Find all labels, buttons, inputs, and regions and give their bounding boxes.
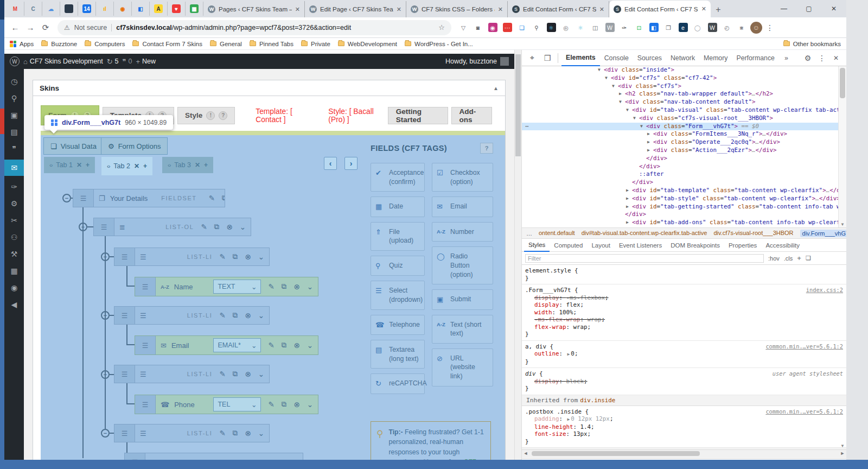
edit-icon[interactable]: ✎ <box>268 400 274 409</box>
crop-green-ext[interactable]: ⊡ <box>633 21 646 34</box>
toggle-icon[interactable]: ⌄ <box>258 252 264 261</box>
remove-icon[interactable]: ⊗ <box>245 429 251 438</box>
drag-handle-icon[interactable]: ☰ <box>114 248 135 265</box>
toggle-icon[interactable]: ⌄ <box>240 223 246 231</box>
styles-tab-properties[interactable]: Properties <box>724 239 761 252</box>
updates-link[interactable]: ↻ 5 <box>107 58 119 66</box>
tree-row-list-li[interactable]: ☰☰LIST-LI✎⧉⊗⌄ <box>114 248 270 266</box>
field-button-recaptcha[interactable]: ↻reCAPTCHA <box>371 373 425 394</box>
tab-close-icon[interactable]: ✕ <box>701 5 706 12</box>
builder-tab-3[interactable]: ‹›Tab 3✕+ <box>162 157 213 173</box>
fields-help-button[interactable]: ? <box>480 143 493 154</box>
edge-ext[interactable]: e <box>676 21 690 34</box>
form-options-button[interactable]: ⚙Form Options <box>101 137 168 155</box>
code-line[interactable]: ▼<div class="nav-tab-content default"> <box>522 98 846 106</box>
remove-icon[interactable]: ⊗ <box>293 400 299 409</box>
pinned-tab-blank-pinned[interactable] <box>60 2 78 16</box>
minimize-button[interactable]: — <box>771 0 796 17</box>
expand-arrow-icon[interactable]: ▼ <box>640 123 646 131</box>
tab-add-icon[interactable]: + <box>143 162 147 170</box>
field-button-quiz[interactable]: ⚲Quiz <box>371 256 425 276</box>
bookmark-folder[interactable]: Computers <box>85 41 125 47</box>
edit-icon[interactable]: ✎ <box>219 429 225 438</box>
tab-close-icon[interactable]: ✕ <box>76 161 82 169</box>
expand-arrow-icon[interactable]: ▼ <box>598 66 604 74</box>
profile-avatar[interactable]: ☺ <box>750 22 762 34</box>
pinned-tab-cloud-app[interactable]: ☁ <box>42 2 60 16</box>
reload-button[interactable]: ⟳ <box>39 21 52 34</box>
style-property[interactable]: outline: ▶0; <box>525 350 843 358</box>
scroll-right-arrow[interactable]: ► <box>839 450 846 457</box>
tab-close-icon[interactable]: ✕ <box>195 161 200 169</box>
expand-arrow-icon[interactable]: ▼ <box>633 115 639 123</box>
other-bookmarks[interactable]: Other bookmarks <box>783 41 841 47</box>
tab-add-ons[interactable]: Add-ons <box>451 107 492 124</box>
toggle-icon[interactable]: ⌄ <box>307 341 313 350</box>
scrollbar-thumb[interactable] <box>840 68 845 98</box>
new-style-rule-icon[interactable]: + <box>797 254 801 262</box>
tree-row-your-details[interactable]: ☰❐Your DetailsFIELDSET✎⧉⊗ <box>73 189 225 207</box>
devtools-tab-memory[interactable]: Memory <box>699 50 732 66</box>
wordpress-logo-icon[interactable]: W <box>10 56 20 66</box>
admin-menu-misc[interactable]: ◉ <box>4 282 24 294</box>
egg-ext[interactable]: ◯ <box>691 21 704 34</box>
bookmark-folder[interactable]: Buzztone <box>41 41 77 47</box>
wordpress-grey-ext[interactable]: W <box>603 21 616 34</box>
drag-handle-icon[interactable]: ☰ <box>94 218 114 236</box>
breadcrumb-item[interactable]: div.Form___vhG7t <box>800 230 846 237</box>
elements-scrollbar[interactable]: ▼ <box>838 66 846 227</box>
pinned-tab-b-app[interactable]: ◧ <box>132 2 150 16</box>
admin-menu-appearance[interactable]: ✑ <box>4 181 24 193</box>
code-line[interactable]: </div> <box>522 179 846 187</box>
devtools-close-icon[interactable]: ✕ <box>829 52 843 65</box>
admin-menu-users[interactable]: ⚇ <box>4 231 24 243</box>
field-button-email[interactable]: ✉Email <box>432 197 493 217</box>
edit-icon[interactable]: ✎ <box>219 252 225 261</box>
toggle-icon[interactable]: ⌄ <box>258 370 264 378</box>
rule-source-link[interactable]: index.css:2 <box>806 287 843 293</box>
code-line[interactable]: ▶<div id="tab-getting-started" class="ta… <box>522 203 846 211</box>
site-name-link[interactable]: ⌂ CF7 Skins Development <box>23 58 103 66</box>
close-button[interactable]: ✕ <box>821 0 846 17</box>
admin-menu-pages[interactable]: ▤ <box>4 126 24 138</box>
cls-toggle[interactable]: .cls <box>784 255 793 262</box>
code-line[interactable]: ::after <box>522 170 846 179</box>
rule-source-link[interactable]: common.min.…ver=5.6.1:2 <box>765 343 843 350</box>
code-line[interactable]: ⋯▼<div class="Form___vhG7t"> == $0 <box>522 123 846 131</box>
expand-arrow-icon[interactable]: ▶ <box>619 90 625 98</box>
breadcrumb-item[interactable]: div#tab-visual.tab-content.wp-clearfix.t… <box>582 230 707 237</box>
admin-menu-settings[interactable]: ▦ <box>4 265 24 277</box>
duplicate-icon[interactable]: ⧉ <box>282 400 287 409</box>
breadcrumb-item[interactable]: div.cf7s-visual-root___3HBOR <box>713 230 793 237</box>
expand-arrow-icon[interactable]: ▼ <box>605 74 611 83</box>
pinned-tab-a-app[interactable]: A <box>150 2 168 16</box>
style-property[interactable]: -ms-flex-wrap: wrap; <box>525 316 843 324</box>
bookmark-folder[interactable]: WordPress - Get In... <box>405 41 473 47</box>
admin-menu-snippets[interactable]: ✂ <box>4 214 24 226</box>
tree-collapse-node[interactable]: − <box>79 223 87 231</box>
devtools-menu-icon[interactable]: ⋮ <box>815 52 829 65</box>
remove-icon[interactable]: ⊗ <box>293 341 299 350</box>
elements-tree[interactable]: ▼<div class="inside">▼<div id="cf7s" cla… <box>522 66 846 227</box>
style-property[interactable]: font-size: 13px; <box>525 430 843 438</box>
styles-filter-input[interactable] <box>525 254 764 263</box>
eyedropper-ext[interactable]: ✑ <box>618 21 631 34</box>
expand-arrow-icon[interactable]: ▼ <box>619 98 625 106</box>
drag-handle-icon[interactable]: ☰ <box>135 336 156 354</box>
style-property[interactable]: line-height: 1.4; <box>525 423 843 431</box>
drag-handle-icon[interactable]: ☰ <box>135 277 156 296</box>
wordpress-dark-ext[interactable]: W <box>706 21 719 34</box>
drag-handle-icon[interactable]: ☰ <box>114 365 135 383</box>
code-line[interactable]: ▶<div id="tab-add-ons" class="tab-conten… <box>522 219 846 227</box>
js-search-ext[interactable]: ⚲ <box>530 21 543 34</box>
admin-menu-dashboard[interactable]: ◷ <box>4 75 24 87</box>
pinned-tab-heart-app[interactable]: ♥ <box>168 2 186 16</box>
more-tabs-icon[interactable]: » <box>780 50 793 66</box>
tree-row-list-li[interactable]: ☰☰LIST-LI✎⧉⊗⌄ <box>114 365 270 383</box>
tag-blue-ext[interactable]: ◧ <box>647 21 660 34</box>
expand-arrow-icon[interactable]: ▶ <box>647 130 653 138</box>
forward-button[interactable]: → <box>24 21 37 34</box>
field-button-url[interactable]: ⊘URL (website link) <box>432 348 493 386</box>
field-button-acceptance[interactable]: ✔Acceptance (confirm) <box>371 163 425 192</box>
code-line[interactable]: ▼<div id="tab-visual" class="tab-content… <box>522 106 846 115</box>
